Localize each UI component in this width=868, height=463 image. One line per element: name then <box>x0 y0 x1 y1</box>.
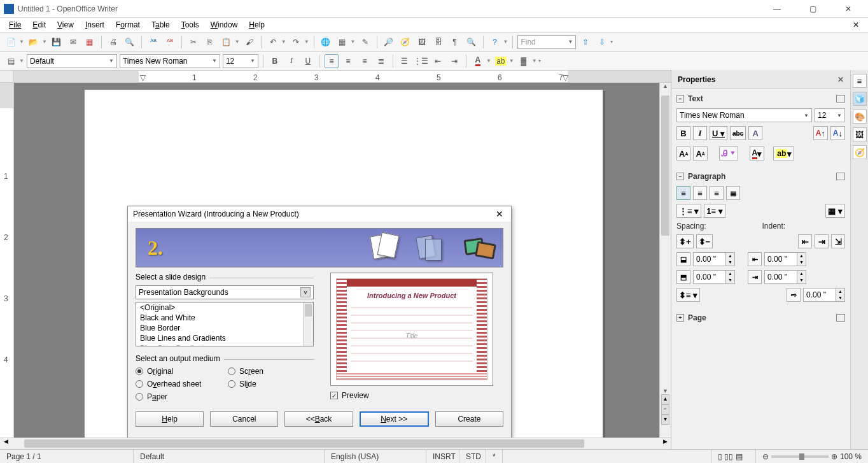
highlight-dropdown[interactable]: ▼ <box>509 58 514 64</box>
line-spacing-button[interactable]: ⬍≡ ▾ <box>676 288 700 302</box>
nav-circle-icon[interactable]: ◦ <box>661 404 669 415</box>
align-center-button[interactable]: ≡ <box>341 54 355 68</box>
indent-after-spinner[interactable]: ▲▼ <box>764 270 806 284</box>
save-button[interactable]: 💾 <box>50 35 64 49</box>
spellcheck-button[interactable]: ᴬᴮ <box>146 35 160 49</box>
sidebar-italic-button[interactable]: I <box>693 126 707 140</box>
space-below-spinner[interactable]: ▲▼ <box>693 270 735 284</box>
sidebar-bold-button[interactable]: B <box>676 126 690 140</box>
section-options-icon[interactable] <box>836 314 845 322</box>
zoom-in-icon[interactable]: ⊕ <box>831 452 837 461</box>
help-button[interactable]: Help <box>136 411 204 427</box>
new-dropdown[interactable]: ▼ <box>19 39 24 45</box>
dialog-titlebar[interactable]: Presentation Wizard (Introducing a New P… <box>128 206 511 222</box>
bg-color-button[interactable]: ▓ <box>517 54 531 68</box>
design-listbox[interactable]: <Original> Black and White Blue Border B… <box>136 302 314 346</box>
text-section-header[interactable]: − Text <box>675 92 846 106</box>
sidebar-shadow-button[interactable]: A <box>748 126 762 140</box>
list-item[interactable]: Blue Border <box>136 323 313 333</box>
sidebar-tab-styles-icon[interactable]: 🎨 <box>853 110 867 124</box>
vertical-ruler[interactable]: 1 2 3 4 <box>0 83 14 438</box>
auto-spellcheck-button[interactable]: ᴬᴮ <box>163 35 177 49</box>
scroll-thumb[interactable] <box>661 96 669 236</box>
zoom-out-icon[interactable]: ⊖ <box>762 452 769 461</box>
copy-button[interactable]: ⎘ <box>203 35 217 49</box>
underline-button[interactable]: U <box>301 54 315 68</box>
sidebar-strike-button[interactable]: abc <box>730 126 746 140</box>
decrease-font-button[interactable]: A↓ <box>830 126 845 140</box>
dialog-close-icon[interactable]: ✕ <box>493 209 506 219</box>
data-sources-button[interactable]: 🗄 <box>431 35 445 49</box>
hyperlink-button[interactable]: 🌐 <box>319 35 333 49</box>
bg-color-dropdown[interactable]: ▼ <box>532 58 537 64</box>
email-button[interactable]: ✉ <box>66 35 80 49</box>
cancel-button[interactable]: Cancel <box>210 411 278 427</box>
paste-button[interactable]: 📋 <box>220 35 234 49</box>
close-button[interactable]: ✕ <box>836 2 860 16</box>
page-section-header[interactable]: + Page <box>675 311 846 325</box>
open-button[interactable]: 📂 <box>27 35 41 49</box>
sidebar-highlight-button[interactable]: ab ▾ <box>773 146 794 160</box>
find-input[interactable]: Find ▼ <box>517 35 576 49</box>
align-right-button[interactable]: ≡ <box>358 54 372 68</box>
paste-dropdown[interactable]: ▼ <box>235 39 240 45</box>
menu-tools[interactable]: Tools <box>176 19 204 31</box>
view-layout-buttons[interactable]: ▯ ▯▯ ▤ <box>711 450 756 463</box>
next-page-icon[interactable]: ▾ <box>661 415 669 425</box>
open-dropdown[interactable]: ▼ <box>42 39 47 45</box>
superscript-button[interactable]: AA <box>676 146 690 160</box>
next-button[interactable]: Next >> <box>360 411 429 427</box>
font-color-button[interactable]: A <box>471 54 485 68</box>
sidebar-tab-properties-icon[interactable]: 🧊 <box>853 92 867 106</box>
menu-format[interactable]: Format <box>111 19 145 31</box>
font-color-dropdown[interactable]: ▼ <box>486 58 491 64</box>
cut-button[interactable]: ✂ <box>186 35 200 49</box>
status-style[interactable]: Default <box>134 450 325 463</box>
indent-button[interactable]: ⇥ <box>447 54 461 68</box>
menu-table[interactable]: Table <box>146 19 175 31</box>
para-bullets-button[interactable]: ⋮≡ ▾ <box>676 204 701 218</box>
sidebar-fontwork-button[interactable]: Ꭿ ▾ <box>719 146 738 160</box>
scroll-down-icon[interactable]: ▼ <box>660 388 671 399</box>
radio-screen[interactable]: Screen <box>228 367 314 376</box>
minimize-button[interactable]: — <box>765 2 789 16</box>
inc-indent-button[interactable]: ⇥ <box>815 234 829 248</box>
format-overflow[interactable]: ▾ <box>538 58 541 64</box>
sidebar-tab-menu-icon[interactable]: ≡ <box>853 74 867 88</box>
sidebar-tab-gallery-icon[interactable]: 🖼 <box>853 127 867 141</box>
draw-button[interactable]: ✎ <box>358 35 372 49</box>
list-item[interactable]: <Original> <box>136 303 313 313</box>
ruler-marker-left[interactable]: ▽ <box>140 73 146 82</box>
para-align-justify-button[interactable]: ≣ <box>726 186 740 200</box>
list-item[interactable]: Black and White <box>136 313 313 323</box>
help-button[interactable]: ? <box>488 35 502 49</box>
radio-original[interactable]: Original <box>136 367 221 376</box>
undo-dropdown[interactable]: ▼ <box>281 39 286 45</box>
menu-edit[interactable]: Edit <box>27 19 51 31</box>
list-item[interactable]: Blue Lines and Gradients <box>136 333 313 343</box>
preview-checkbox[interactable]: ✓ Preview <box>330 391 503 400</box>
zoom-value[interactable]: 100 % <box>840 452 862 461</box>
para-align-right-button[interactable]: ≡ <box>710 186 724 200</box>
sidebar-tab-navigator-icon[interactable]: 🧭 <box>853 145 867 159</box>
para-align-left-button[interactable]: ≡ <box>676 186 690 200</box>
sidebar-underline-button[interactable]: U ▾ <box>710 126 727 140</box>
create-button[interactable]: Create <box>435 411 503 427</box>
sidebar-font-select[interactable]: Times New Roman▼ <box>676 108 812 122</box>
paragraph-section-header[interactable]: − Paragraph <box>675 169 846 183</box>
sidebar-close-icon[interactable]: ✕ <box>837 75 844 84</box>
sidebar-font-color-button[interactable]: A ▾ <box>750 146 765 160</box>
menu-view[interactable]: View <box>52 19 79 31</box>
dec-indent-button[interactable]: ⇤ <box>798 234 812 248</box>
find-next-button[interactable]: ⇩ <box>595 35 609 49</box>
scroll-right-icon[interactable]: ▶ <box>659 438 671 449</box>
align-left-button[interactable]: ≡ <box>325 54 339 68</box>
scroll-left-icon[interactable]: ◀ <box>0 438 11 449</box>
sidebar-size-select[interactable]: 12▼ <box>815 108 845 122</box>
para-numbering-button[interactable]: 1≡ ▾ <box>704 204 725 218</box>
undo-button[interactable]: ↶ <box>266 35 280 49</box>
gallery-button[interactable]: 🖼 <box>415 35 429 49</box>
para-align-center-button[interactable]: ≡ <box>693 186 707 200</box>
table-dropdown[interactable]: ▼ <box>351 39 356 45</box>
document-canvas[interactable]: Presentation Wizard (Introducing a New P… <box>14 83 659 438</box>
